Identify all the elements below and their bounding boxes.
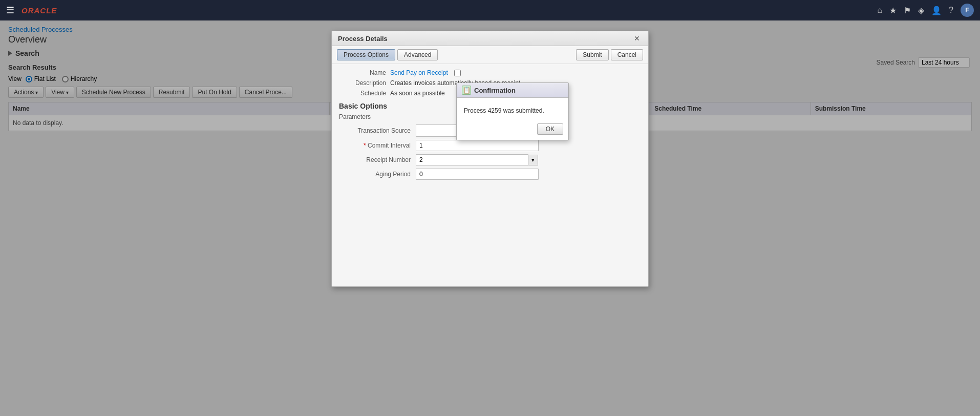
- commit-interval-label: Commit Interval: [339, 142, 416, 149]
- hamburger-icon[interactable]: ☰: [6, 5, 14, 16]
- receipt-number-input[interactable]: [416, 154, 528, 165]
- name-label: Name: [339, 69, 390, 76]
- help-icon[interactable]: ?: [949, 6, 953, 15]
- receipt-number-dropdown-btn[interactable]: ▾: [528, 155, 538, 165]
- dialog-close-button[interactable]: ✕: [632, 34, 642, 43]
- confirmation-footer: OK: [457, 120, 568, 140]
- confirmation-dialog: 📋 Confirmation Process 4259 was submitte…: [456, 82, 569, 140]
- aging-period-row: Aging Period: [339, 169, 641, 180]
- confirmation-icon: 📋: [462, 86, 471, 95]
- receipt-number-input-group: ▾: [416, 154, 538, 165]
- confirmation-ok-button[interactable]: OK: [537, 123, 563, 135]
- avatar[interactable]: F: [961, 4, 974, 17]
- nav-right-icons: ⌂ ★ ⚑ ◈ 👤 ? F: [877, 4, 974, 17]
- commit-interval-row: Commit Interval: [339, 140, 641, 151]
- receipt-number-label: Receipt Number: [339, 156, 416, 163]
- aging-period-label: Aging Period: [339, 171, 416, 178]
- cancel-button[interactable]: Cancel: [611, 49, 643, 60]
- modal-overlay: Process Details ✕ Process Options Advanc…: [0, 20, 980, 416]
- confirmation-title: Confirmation: [474, 87, 516, 94]
- name-row: Name Send Pay on Receipt: [339, 69, 641, 76]
- dialog-title-bar: Process Details ✕: [332, 31, 648, 46]
- page-background: Scheduled Processes Overview Saved Searc…: [0, 20, 980, 416]
- description-checkbox[interactable]: [454, 70, 461, 76]
- process-options-button[interactable]: Process Options: [337, 49, 395, 60]
- schedule-value: As soon as possible: [390, 90, 445, 97]
- flag-icon[interactable]: ⚑: [904, 6, 911, 15]
- person-icon[interactable]: 👤: [931, 6, 942, 15]
- name-value[interactable]: Send Pay on Receipt: [390, 69, 448, 76]
- commit-interval-input[interactable]: [416, 140, 539, 151]
- confirmation-title-bar: 📋 Confirmation: [457, 83, 568, 98]
- dialog-toolbar: Process Options Advanced Submit Cancel: [332, 46, 648, 64]
- projects-icon[interactable]: ◈: [918, 6, 924, 15]
- home-icon[interactable]: ⌂: [877, 6, 882, 15]
- top-nav: ☰ ORACLE ⌂ ★ ⚑ ◈ 👤 ? F: [0, 0, 980, 20]
- oracle-logo: ORACLE: [22, 6, 57, 15]
- dialog-title: Process Details: [338, 35, 388, 43]
- confirmation-message: Process 4259 was submitted.: [457, 98, 568, 120]
- receipt-number-row: Receipt Number ▾: [339, 154, 641, 165]
- schedule-label: Schedule: [339, 90, 390, 97]
- transaction-source-label: Transaction Source: [339, 127, 416, 134]
- process-details-dialog: Process Details ✕ Process Options Advanc…: [331, 31, 649, 287]
- aging-period-input[interactable]: [416, 169, 539, 180]
- description-label: Description: [339, 79, 390, 87]
- submit-button[interactable]: Submit: [576, 49, 608, 60]
- advanced-button[interactable]: Advanced: [397, 49, 438, 60]
- star-icon[interactable]: ★: [889, 6, 897, 15]
